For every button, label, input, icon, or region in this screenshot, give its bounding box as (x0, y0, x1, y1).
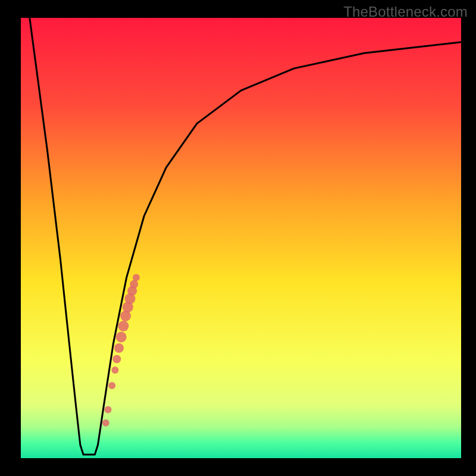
bottleneck-chart: TheBottleneck.com (0, 0, 476, 476)
data-point (114, 343, 124, 353)
data-point (133, 274, 140, 281)
data-point (108, 382, 115, 389)
data-point (102, 419, 109, 427)
watermark-text: TheBottleneck.com (343, 4, 468, 20)
data-point (130, 280, 138, 289)
data-point (112, 355, 121, 364)
chart-svg (0, 0, 476, 476)
plot-area (21, 18, 461, 458)
data-point (116, 332, 127, 343)
gradient-background (21, 18, 461, 458)
data-point (118, 321, 129, 331)
data-point (111, 367, 118, 374)
data-point (105, 406, 112, 414)
